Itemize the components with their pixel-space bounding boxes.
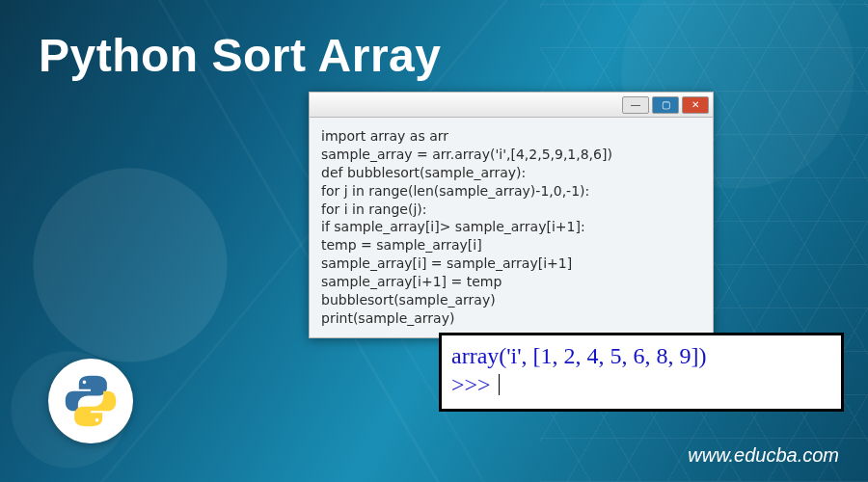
python-logo-badge: [48, 359, 133, 443]
code-line: import array as arr: [321, 127, 701, 146]
output-prompt-line: >>>: [451, 370, 831, 399]
code-line: sample_array[i] = sample_array[i+1]: [321, 254, 701, 273]
code-line: temp = sample_array[i]: [321, 236, 701, 254]
code-line: print(sample_array): [321, 309, 701, 328]
code-line: for i in range(j):: [321, 201, 701, 219]
code-window: — ▢ ✕ import array as arr sample_array =…: [309, 92, 714, 338]
code-line: bubblesort(sample_array): [321, 291, 701, 309]
maximize-button[interactable]: ▢: [652, 96, 679, 114]
code-body: import array as arr sample_array = arr.a…: [309, 117, 714, 338]
repl-prompt: >>>: [451, 372, 497, 397]
window-titlebar: — ▢ ✕: [309, 92, 714, 117]
output-console: array('i', [1, 2, 4, 5, 6, 8, 9]) >>>: [439, 333, 844, 412]
output-line: array('i', [1, 2, 4, 5, 6, 8, 9]): [451, 341, 831, 370]
site-url: www.educba.com: [688, 444, 839, 467]
python-logo-icon: [62, 372, 120, 430]
close-button[interactable]: ✕: [682, 96, 709, 114]
page-title: Python Sort Array: [39, 29, 441, 82]
code-line: def bubblesort(sample_array):: [321, 164, 701, 182]
code-line: sample_array[i+1] = temp: [321, 273, 701, 291]
code-line: sample_array = arr.array('i',[4,2,5,9,1,…: [321, 146, 701, 164]
code-line: if sample_array[i]> sample_array[i+1]:: [321, 218, 701, 236]
minimize-button[interactable]: —: [622, 96, 649, 114]
code-line: for j in range(len(sample_array)-1,0,-1)…: [321, 182, 701, 201]
text-cursor: [499, 374, 500, 395]
